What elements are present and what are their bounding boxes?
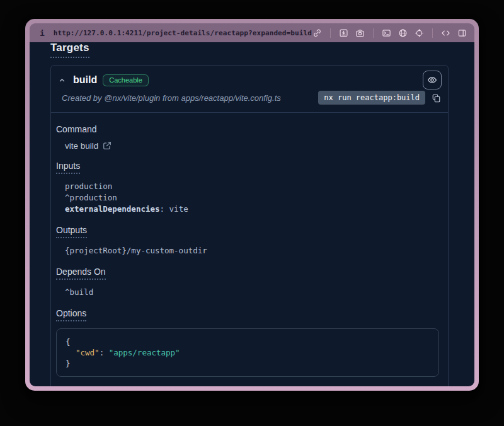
target-name: build	[73, 74, 97, 86]
target-card-build: build Cacheable Created by @nx/vite/plug…	[50, 65, 449, 386]
json-key: "cwd"	[76, 348, 100, 357]
build-card-header: build Cacheable Created by @nx/vite/plug…	[51, 66, 448, 113]
external-link-icon[interactable]	[103, 141, 112, 151]
build-card-body: Command vite build Inputs production	[51, 113, 448, 386]
outputs-section: Outputs {projectRoot}/my-custom-outdir	[56, 224, 440, 256]
chevron-up-icon[interactable]	[56, 74, 67, 86]
info-icon: i	[40, 28, 45, 38]
browser-topbar: i http://127.0.0.1:4211/project-details/…	[30, 23, 474, 42]
depends-on-section: Depends On ^build	[56, 266, 440, 298]
inputs-label[interactable]: Inputs	[56, 161, 80, 174]
link-icon[interactable]	[312, 28, 323, 38]
depends-on-label[interactable]: Depends On	[56, 267, 106, 280]
topbar-separator	[432, 28, 433, 38]
inputs-section: Inputs production ^production externalDe…	[56, 160, 440, 215]
command-value: vite build	[65, 141, 98, 151]
json-property: "cwd": "apps/reactapp"	[66, 347, 430, 358]
json-close-brace: }	[66, 358, 430, 369]
eye-icon[interactable]	[423, 71, 442, 89]
cacheable-badge: Cacheable	[103, 74, 149, 86]
options-code-block: { "cwd": "apps/reactapp" }	[56, 328, 439, 377]
crosshair-icon[interactable]	[414, 28, 425, 38]
options-label[interactable]: Options	[56, 308, 86, 321]
input-named-separator: :	[160, 204, 169, 214]
camera-icon[interactable]	[355, 28, 365, 38]
output-item: {projectRoot}/my-custom-outdir	[65, 245, 440, 256]
code-brackets-icon[interactable]	[440, 28, 451, 38]
download-box-icon[interactable]	[338, 28, 349, 38]
desktop-background: i http://127.0.0.1:4211/project-details/…	[0, 0, 504, 426]
command-label: Command	[56, 124, 97, 134]
project-details-page: Targets build Cacheable	[30, 42, 474, 386]
run-command-chip: nx run reactapp:build	[318, 91, 425, 105]
input-item: production	[65, 181, 440, 192]
created-by-text: Created by @nx/vite/plugin from apps/rea…	[62, 93, 281, 103]
url-bar[interactable]: http://127.0.0.1:4211/project-details/re…	[54, 29, 312, 37]
json-separator: :	[100, 348, 109, 357]
terminal-icon[interactable]	[381, 28, 392, 38]
json-string-value: "apps/reactapp"	[109, 348, 180, 357]
outputs-label[interactable]: Outputs	[56, 225, 87, 238]
json-open-brace: {	[66, 337, 430, 347]
topbar-separator	[373, 28, 374, 38]
input-item-named: externalDependencies: vite	[65, 204, 440, 215]
globe-icon[interactable]	[398, 28, 408, 38]
split-panel-icon[interactable]	[457, 28, 467, 38]
copy-icon[interactable]	[430, 92, 442, 103]
input-named-key: externalDependencies	[65, 204, 160, 214]
options-section: Options { "cwd": "apps/reactapp" }	[56, 308, 440, 377]
topbar-actions	[312, 28, 467, 38]
command-section: Command vite build	[56, 124, 440, 151]
input-named-value: vite	[169, 204, 188, 214]
depends-on-item: ^build	[65, 287, 440, 298]
input-item: ^production	[65, 192, 440, 204]
browser-window: i http://127.0.0.1:4211/project-details/…	[25, 19, 479, 391]
topbar-separator	[330, 28, 331, 38]
page-title: Targets	[50, 42, 89, 58]
